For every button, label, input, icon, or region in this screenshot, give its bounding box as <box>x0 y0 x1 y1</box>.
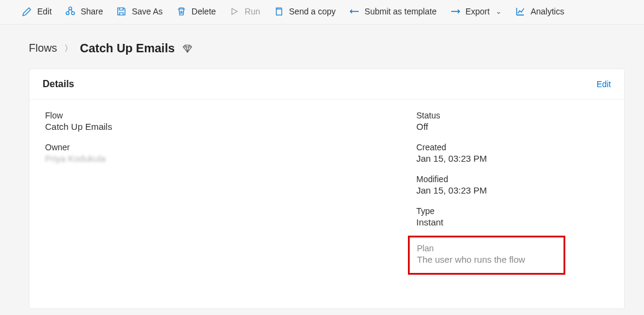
svg-rect-3 <box>276 9 282 15</box>
edit-label: Edit <box>37 7 52 16</box>
sendcopy-button[interactable]: Send a copy <box>273 6 336 17</box>
created-field: Created Jan 15, 03:23 PM <box>416 142 609 164</box>
details-panel: Details Edit Flow Catch Up Emails Owner … <box>29 69 625 309</box>
share-icon <box>65 6 76 17</box>
plan-value: The user who runs the flow <box>417 254 556 265</box>
created-value: Jan 15, 03:23 PM <box>416 153 609 164</box>
analytics-icon <box>515 6 526 17</box>
plan-highlight: Plan The user who runs the flow <box>408 236 565 275</box>
trash-icon <box>176 6 187 17</box>
status-value: Off <box>416 121 609 132</box>
chevron-down-icon: ⌄ <box>496 7 502 16</box>
share-label: Share <box>80 7 103 16</box>
content-area: Flows 〉 Catch Up Emails Details Edit Flo… <box>0 25 644 309</box>
type-label: Type <box>416 206 609 216</box>
flow-label: Flow <box>45 111 416 120</box>
panel-body: Flow Catch Up Emails Owner Priya Kodukul… <box>29 100 624 287</box>
pencil-icon <box>22 6 32 17</box>
saveas-button[interactable]: Save As <box>116 6 162 17</box>
plan-field: Plan The user who runs the flow <box>417 243 556 265</box>
modified-label: Modified <box>416 174 609 184</box>
submit-template-label: Submit as template <box>365 7 437 16</box>
breadcrumb: Flows 〉 Catch Up Emails <box>29 41 625 55</box>
edit-details-link[interactable]: Edit <box>597 79 611 89</box>
import-icon <box>349 6 360 17</box>
panel-title: Details <box>43 79 74 90</box>
modified-value: Jan 15, 03:23 PM <box>416 185 609 195</box>
plan-label: Plan <box>417 243 556 253</box>
delete-label: Delete <box>192 7 216 16</box>
run-button[interactable]: Run <box>229 6 260 17</box>
saveas-label: Save As <box>132 7 162 16</box>
details-right-column: Status Off Created Jan 15, 03:23 PM Modi… <box>416 111 609 275</box>
delete-button[interactable]: Delete <box>176 6 216 17</box>
svg-point-0 <box>69 7 72 10</box>
flow-value: Catch Up Emails <box>45 121 416 132</box>
play-icon <box>229 6 240 17</box>
owner-label: Owner <box>45 142 416 152</box>
sendcopy-label: Send a copy <box>289 7 336 16</box>
status-field: Status Off <box>416 111 609 132</box>
submit-template-button[interactable]: Submit as template <box>349 6 437 17</box>
save-icon <box>116 6 127 17</box>
panel-header: Details Edit <box>29 69 624 100</box>
analytics-label: Analytics <box>530 7 564 16</box>
analytics-button[interactable]: Analytics <box>515 6 564 17</box>
svg-point-1 <box>66 12 69 15</box>
created-label: Created <box>416 142 609 152</box>
run-label: Run <box>245 7 260 16</box>
premium-icon <box>182 43 193 54</box>
owner-value: Priya Kodukula <box>45 153 416 164</box>
edit-button[interactable]: Edit <box>22 6 52 17</box>
breadcrumb-current: Catch Up Emails <box>80 41 175 55</box>
flow-field: Flow Catch Up Emails <box>45 111 416 132</box>
status-label: Status <box>416 111 609 120</box>
breadcrumb-parent[interactable]: Flows <box>29 42 57 55</box>
details-left-column: Flow Catch Up Emails Owner Priya Kodukul… <box>45 111 416 275</box>
export-label: Export <box>466 7 490 16</box>
owner-field: Owner Priya Kodukula <box>45 142 416 164</box>
type-field: Type Instant <box>416 206 609 227</box>
export-icon <box>450 6 461 17</box>
share-button[interactable]: Share <box>65 6 103 17</box>
type-value: Instant <box>416 217 609 227</box>
svg-point-2 <box>71 12 74 15</box>
export-button[interactable]: Export ⌄ <box>450 6 502 17</box>
chevron-right-icon: 〉 <box>64 43 73 54</box>
copy-icon <box>273 6 284 17</box>
modified-field: Modified Jan 15, 03:23 PM <box>416 174 609 195</box>
command-bar: Edit Share Save As Delete Run Send a cop… <box>0 0 644 25</box>
